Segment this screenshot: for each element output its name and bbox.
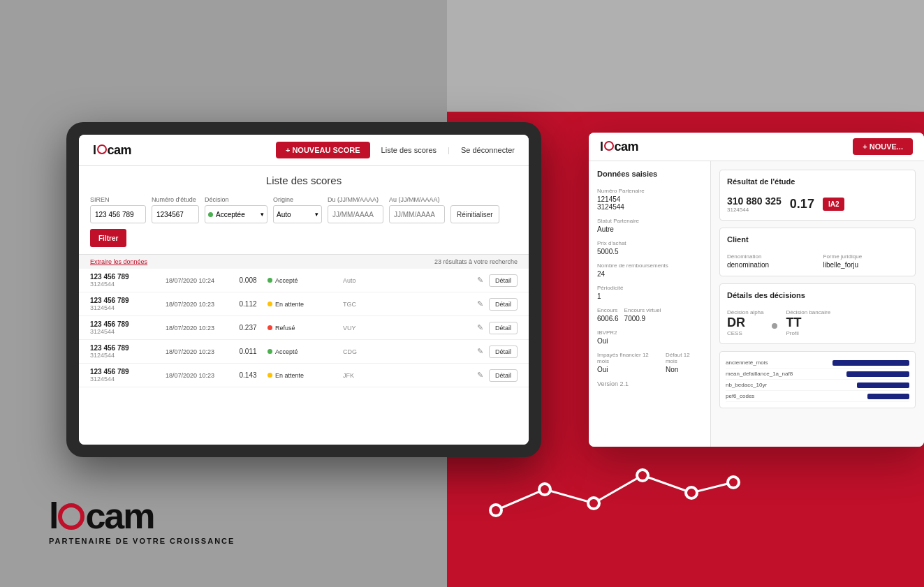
donnees-saisies-panel: Données saisies Numéro Partenaire 121454… [589, 161, 711, 447]
header-right: + NOUVEAU SCORE Liste des scores | Se dé… [276, 142, 515, 158]
edit-icon[interactable]: ✎ [477, 371, 483, 380]
feature-bar [846, 371, 909, 377]
svg-point-3 [541, 485, 549, 493]
app-header: lcam + NOUVEAU SCORE Liste des scores | … [79, 135, 529, 166]
client-title: Client [727, 235, 908, 246]
results-count: 23 résultats à votre recherche [434, 258, 518, 265]
filter-decision: Décision Acceptée ▾ [205, 196, 267, 223]
edit-icon[interactable]: ✎ [477, 347, 483, 356]
field-statut-partenaire: Statut Partenaire Autre [597, 218, 702, 233]
filter-origine: Origine Auto ▾ [273, 196, 322, 223]
filter-du-input[interactable] [328, 205, 383, 223]
result-number2: 3124544 [727, 207, 782, 213]
field-defaut: Défaut 12 mois Non [666, 352, 702, 373]
result-title: Résultat de l'étude [727, 177, 908, 188]
client-denomination: Dénomination denomination [727, 253, 812, 269]
row-siren: 123 456 789 3124544 [90, 320, 160, 335]
row-siren: 123 456 789 3124544 [90, 344, 160, 359]
feature-item: pef6_codes [726, 391, 909, 402]
table-row: 123 456 789 3124544 18/07/2020 10:23 0.0… [79, 340, 529, 364]
result-num-block: 310 880 325 3124544 [727, 195, 782, 213]
result-badge: IA2 [823, 198, 845, 211]
field-numero-partenaire: Numéro Partenaire 1214543124544 [597, 188, 702, 211]
svg-point-9 [687, 489, 696, 497]
app-logo: lcam [93, 143, 131, 158]
filter-siren-input[interactable] [90, 205, 146, 223]
extract-link[interactable]: Extraire les données [90, 258, 147, 265]
edit-icon[interactable]: ✎ [477, 276, 483, 285]
filter-au: Au (JJ/MM/AAAA) [389, 196, 445, 223]
edit-icon[interactable]: ✎ [477, 323, 483, 332]
decisions-section: Détails des décisions Décision alpha DR … [719, 283, 916, 344]
tablet-mockup: lcam + NOUVEAU SCORE Liste des scores | … [66, 122, 541, 457]
field-encours-virtuel: Encours virtuel 7000.9 [624, 307, 661, 322]
detail-button[interactable]: Détail [489, 298, 518, 311]
detail-button[interactable]: Détail [489, 322, 518, 334]
table-row: 123 456 789 3124544 18/07/2020 10:23 0.2… [79, 316, 529, 340]
brand-logo-text: lcam [49, 498, 154, 534]
filter-decision-label: Décision [205, 196, 267, 203]
filter-numero-input[interactable] [152, 205, 199, 223]
detail-button[interactable]: Détail [489, 369, 518, 382]
results-bar: Extraire les données 23 résultats à votr… [79, 255, 529, 269]
client-section: Client Dénomination denomination Forme j… [719, 228, 916, 276]
decision-separator-icon [772, 323, 777, 329]
detail-button[interactable]: Détail [489, 274, 518, 287]
table-row: 123 456 789 3124544 18/07/2020 10:24 0.0… [79, 269, 529, 292]
filter-du: Du (JJ/MM/AAAA) [328, 196, 383, 223]
svg-point-5 [589, 499, 598, 507]
result-score: 0.17 [790, 197, 814, 211]
row-siren: 123 456 789 3124544 [90, 273, 160, 288]
field-impayes: Impayés financier 12 mois Oui [597, 352, 660, 373]
result-section: Résultat de l'étude 310 880 325 3124544 … [719, 170, 916, 221]
status-dot-icon [267, 278, 272, 283]
detail-app-logo: lcam [600, 140, 638, 154]
filter-siren: SIREN [90, 196, 146, 223]
graph-decoration [482, 454, 740, 545]
encours-row: Encours 6006.6 Encours virtuel 7000.9 [597, 307, 702, 329]
status-dot-icon [267, 302, 272, 306]
filter-numero: Numéro d'étude [152, 196, 199, 223]
filter-numero-label: Numéro d'étude [152, 196, 199, 203]
filter-decision-select[interactable]: Acceptée ▾ [205, 205, 267, 223]
filter-origine-select[interactable]: Auto ▾ [273, 205, 322, 223]
decision-chevron-icon: ▾ [261, 211, 264, 218]
client-forme-juridique: Forme juridique libelle_forju [823, 253, 909, 269]
filter-siren-label: SIREN [90, 196, 146, 203]
features-list: ancienneté_mois mean_defaillance_1a_naf8… [719, 351, 916, 408]
status-dot-icon [267, 349, 272, 354]
client-row: Dénomination denomination Forme juridiqu… [727, 253, 908, 269]
feature-bar [833, 360, 909, 366]
detail-header: lcam + NOUVE... [589, 133, 924, 161]
field-ibvpr2: IBVPR2 Oui [597, 329, 702, 345]
nouveau-score-button[interactable]: + NOUVEAU SCORE [276, 142, 370, 158]
decision-value: Acceptée [216, 211, 245, 218]
filter-button[interactable]: Filtrer [90, 229, 126, 247]
status-dot-icon [267, 373, 272, 378]
feature-item: ancienneté_mois [726, 357, 909, 369]
svg-point-11 [729, 478, 738, 486]
detail-logo-circle-icon [604, 141, 614, 151]
filter-au-input[interactable] [389, 205, 445, 223]
detail-nouveau-button[interactable]: + NOUVE... [853, 138, 913, 155]
field-version: Version 2.1 [597, 380, 702, 387]
reset-button[interactable]: Réinitialiser [450, 205, 499, 223]
table-row: 123 456 789 3124544 18/07/2020 10:23 0.1… [79, 292, 529, 316]
nav-liste-scores[interactable]: Liste des scores [381, 146, 437, 154]
decisions-title: Détails des décisions [727, 291, 908, 302]
origine-chevron-icon: ▾ [315, 211, 318, 218]
detail-results-panel: Résultat de l'étude 310 880 325 3124544 … [711, 161, 924, 447]
decision-alpha: Décision alpha DR CESS [727, 309, 763, 336]
detail-button[interactable]: Détail [489, 345, 518, 358]
impayes-row: Impayés financier 12 mois Oui Défaut 12 … [597, 352, 702, 380]
filters-bar: SIREN Numéro d'étude Décision Acceptée ▾… [79, 192, 529, 255]
list-title: Liste des scores [79, 166, 529, 192]
nav-deconnect[interactable]: Se déconnecter [461, 146, 515, 154]
filter-du-label: Du (JJ/MM/AAAA) [328, 196, 383, 203]
status-dot-icon [267, 325, 272, 330]
svg-point-1 [492, 506, 500, 514]
field-periodicite: Périodicité 1 [597, 285, 702, 300]
edit-icon[interactable]: ✎ [477, 299, 483, 309]
origine-value: Auto [277, 211, 291, 218]
filter-au-label: Au (JJ/MM/AAAA) [389, 196, 445, 203]
